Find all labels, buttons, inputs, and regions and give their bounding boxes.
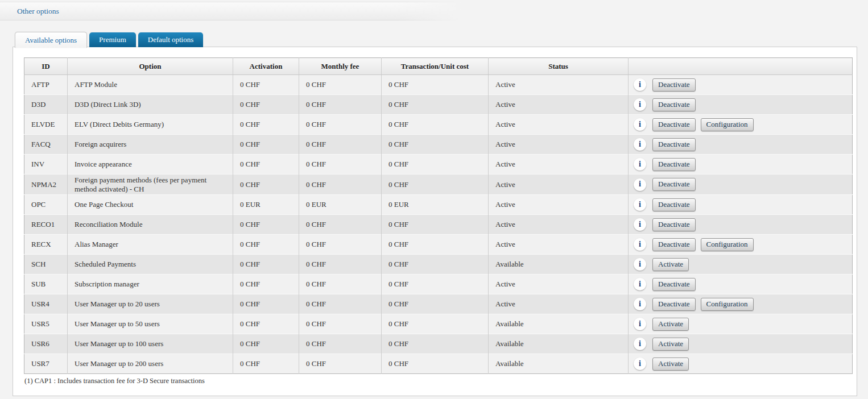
- row-transaction-cost-cell: 0 CHF: [382, 215, 489, 235]
- deactivate-button[interactable]: Deactivate: [652, 278, 696, 291]
- activate-button[interactable]: Activate: [652, 338, 689, 351]
- row-activation-cell: 0 CHF: [233, 215, 299, 235]
- table-row: SUB Subscription manager 0 CHF 0 CHF 0 C…: [24, 275, 853, 294]
- actions-group: i Deactivate: [634, 138, 850, 151]
- row-option-cell: Subscription manager: [68, 275, 233, 294]
- row-id-cell: NPMA2: [24, 174, 68, 195]
- row-activation-cell: 0 CHF: [233, 155, 299, 174]
- info-icon[interactable]: i: [634, 338, 646, 350]
- row-id-cell: RECO1: [24, 215, 68, 235]
- configuration-button[interactable]: Configuration: [701, 298, 754, 311]
- row-activation-cell: 0 EUR: [233, 195, 299, 215]
- row-id-cell: USR6: [24, 334, 68, 354]
- row-option-cell: One Page Checkout: [68, 195, 233, 215]
- row-option-cell: D3D (Direct Link 3D): [68, 95, 233, 115]
- row-status-cell: Active: [489, 135, 629, 155]
- row-option-cell: User Manager up to 20 users: [68, 294, 233, 314]
- row-status-cell: Active: [489, 75, 629, 95]
- info-icon[interactable]: i: [634, 298, 646, 310]
- row-actions-cell: i DeactivateConfiguration: [629, 294, 853, 314]
- row-actions-cell: i Deactivate: [629, 95, 853, 115]
- tab-default-options[interactable]: Default options: [138, 32, 204, 47]
- row-option-cell: Alias Manager: [68, 235, 233, 255]
- row-actions-cell: i DeactivateConfiguration: [629, 115, 853, 135]
- row-actions-cell: i Deactivate: [629, 135, 853, 155]
- tab-label: Default options: [148, 35, 194, 44]
- info-icon[interactable]: i: [634, 218, 646, 231]
- deactivate-button[interactable]: Deactivate: [652, 238, 696, 251]
- deactivate-button[interactable]: Deactivate: [652, 218, 696, 231]
- row-id-cell: INV: [24, 155, 68, 174]
- deactivate-button[interactable]: Deactivate: [652, 158, 696, 171]
- deactivate-button[interactable]: Deactivate: [652, 118, 696, 131]
- info-icon[interactable]: i: [634, 118, 646, 131]
- row-id-cell: SCH: [24, 255, 68, 275]
- row-id-cell: OPC: [24, 195, 68, 215]
- deactivate-button[interactable]: Deactivate: [652, 178, 696, 191]
- options-table: IDOptionActivationMonthly feeTransaction…: [24, 57, 853, 374]
- info-icon[interactable]: i: [634, 198, 646, 211]
- row-option-cell: Foreign payment methods (fees per paymen…: [68, 174, 233, 195]
- deactivate-button[interactable]: Deactivate: [652, 198, 696, 211]
- row-status-cell: Available: [489, 255, 629, 275]
- table-row: FACQ Foreign acquirers 0 CHF 0 CHF 0 CHF…: [24, 135, 853, 155]
- info-icon[interactable]: i: [634, 78, 646, 91]
- actions-group: i Deactivate: [634, 158, 850, 171]
- row-id-cell: USR5: [24, 314, 68, 334]
- row-monthly-fee-cell: 0 CHF: [299, 155, 382, 174]
- table-row: D3D D3D (Direct Link 3D) 0 CHF 0 CHF 0 C…: [24, 95, 853, 115]
- tab-label: Premium: [99, 35, 126, 44]
- activate-button[interactable]: Activate: [652, 318, 689, 331]
- deactivate-button[interactable]: Deactivate: [652, 98, 696, 111]
- info-icon[interactable]: i: [634, 138, 646, 151]
- info-icon[interactable]: i: [634, 258, 646, 271]
- row-id-cell: USR4: [24, 294, 68, 314]
- info-icon[interactable]: i: [634, 318, 646, 330]
- info-icon[interactable]: i: [634, 158, 646, 171]
- tab-premium[interactable]: Premium: [89, 32, 136, 47]
- table-row: NPMA2 Foreign payment methods (fees per …: [24, 174, 853, 195]
- row-status-cell: Available: [489, 354, 629, 374]
- row-transaction-cost-cell: 0 CHF: [382, 75, 489, 95]
- info-icon[interactable]: i: [634, 238, 646, 251]
- activate-button[interactable]: Activate: [652, 258, 689, 271]
- actions-group: i Deactivate: [634, 198, 850, 211]
- row-status-cell: Active: [489, 115, 629, 135]
- actions-group: i Activate: [634, 338, 850, 351]
- column-header-status: Status: [489, 58, 629, 75]
- table-row: RECX Alias Manager 0 CHF 0 CHF 0 CHF Act…: [24, 235, 853, 255]
- row-transaction-cost-cell: 0 CHF: [382, 115, 489, 135]
- deactivate-button[interactable]: Deactivate: [652, 138, 696, 151]
- column-header-actions: [629, 58, 853, 75]
- row-activation-cell: 0 CHF: [233, 314, 299, 334]
- row-activation-cell: 0 CHF: [233, 255, 299, 275]
- row-option-cell: Foreign acquirers: [68, 135, 233, 155]
- row-transaction-cost-cell: 0 CHF: [382, 235, 489, 255]
- deactivate-button[interactable]: Deactivate: [652, 78, 696, 92]
- row-monthly-fee-cell: 0 CHF: [299, 255, 382, 275]
- row-id-cell: RECX: [24, 235, 68, 255]
- row-activation-cell: 0 CHF: [233, 95, 299, 115]
- row-transaction-cost-cell: 0 CHF: [382, 334, 489, 354]
- tab-bar: Available options Premium Default option…: [15, 31, 205, 47]
- row-transaction-cost-cell: 0 CHF: [382, 294, 489, 314]
- info-icon[interactable]: i: [634, 178, 646, 191]
- configuration-button[interactable]: Configuration: [701, 118, 754, 131]
- configuration-button[interactable]: Configuration: [701, 238, 754, 251]
- row-option-cell: Scheduled Payments: [68, 255, 233, 275]
- row-status-cell: Active: [489, 294, 629, 314]
- actions-group: i Deactivate: [634, 218, 850, 231]
- column-header-option: Option: [68, 58, 233, 75]
- tab-available-options[interactable]: Available options: [15, 32, 87, 48]
- info-icon[interactable]: i: [634, 98, 646, 111]
- row-actions-cell: i Deactivate: [629, 174, 853, 195]
- row-monthly-fee-cell: 0 CHF: [299, 135, 382, 155]
- page-title: Other options: [17, 7, 59, 16]
- row-actions-cell: i DeactivateConfiguration: [629, 235, 853, 255]
- info-icon[interactable]: i: [634, 278, 646, 290]
- row-transaction-cost-cell: 0 EUR: [382, 195, 489, 215]
- info-icon[interactable]: i: [634, 358, 646, 370]
- actions-group: i Deactivate: [634, 178, 850, 191]
- deactivate-button[interactable]: Deactivate: [652, 298, 696, 311]
- activate-button[interactable]: Activate: [652, 358, 689, 371]
